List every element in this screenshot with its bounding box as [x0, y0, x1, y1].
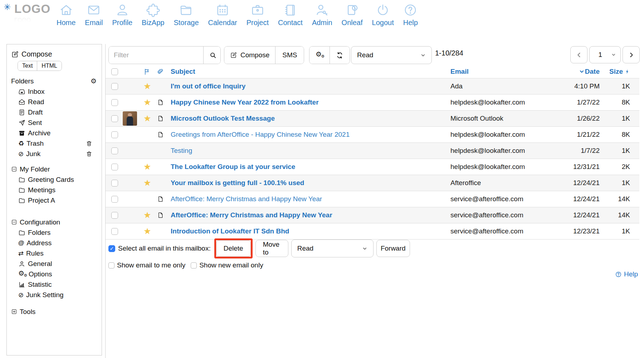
nav-item-logout[interactable]: Logout [372, 3, 394, 27]
row-checkbox[interactable] [111, 147, 118, 154]
nav-item-bizapp[interactable]: BizApp [142, 3, 164, 27]
email-subject-link[interactable]: The Lookafter Group is at your service [171, 163, 295, 171]
config-folders[interactable]: Folders [11, 227, 97, 238]
email-subject-link[interactable]: Happy Chinese New Year 2022 from Lookaft… [171, 98, 319, 106]
select-all-header-checkbox[interactable] [111, 68, 118, 75]
show-new-email-only-checkbox[interactable] [191, 262, 197, 268]
folders-settings-gear-icon[interactable]: ⚙ [91, 77, 97, 85]
folder-trash[interactable]: ♻Trash [11, 138, 97, 149]
sender-email: helpdesk@lookafter.com [450, 131, 525, 139]
my-folder-header[interactable]: My Folder [11, 164, 97, 174]
email-column-header[interactable]: Email [450, 68, 469, 76]
my-folder-meetings[interactable]: Meetings [11, 185, 97, 195]
compose-text-button[interactable]: Text [18, 61, 37, 71]
nav-item-project[interactable]: Project [247, 3, 269, 27]
config-options[interactable]: ⚙⚙Options [11, 269, 97, 279]
nav-item-contact[interactable]: Contact [278, 3, 303, 27]
expand-plus-icon[interactable] [11, 309, 17, 315]
row-checkbox[interactable] [111, 196, 118, 203]
nav-item-onleaf[interactable]: Onleaf [342, 3, 363, 27]
next-page-button[interactable] [623, 46, 640, 63]
email-subject-link[interactable]: AfterOffice: Merry Christmas and Happy N… [171, 195, 322, 203]
flag-icon[interactable] [143, 68, 151, 76]
nav-item-admin[interactable]: Admin [312, 3, 332, 27]
nav-item-email[interactable]: Email [85, 3, 103, 27]
my-folder-greeting-cards[interactable]: Greeting Cards [11, 174, 97, 185]
mark-as-select[interactable]: Read [351, 46, 432, 64]
star-icon[interactable]: ★ [143, 179, 151, 187]
email-subject-link[interactable]: Introduction of Lookafter IT Sdn Bhd [171, 227, 289, 235]
row-checkbox[interactable] [111, 99, 118, 106]
row-checkbox[interactable] [111, 228, 118, 235]
nav-item-profile[interactable]: Profile [112, 3, 132, 27]
delete-button[interactable]: Delete [216, 240, 251, 257]
collapse-minus-icon[interactable] [11, 166, 17, 172]
email-subject-link[interactable]: I'm out of office Inquiry [171, 82, 245, 90]
subject-column-header[interactable]: Subject [171, 68, 195, 76]
folder-inbox[interactable]: Inbox [11, 86, 97, 97]
star-icon[interactable]: ★ [143, 98, 151, 107]
list-settings-button[interactable]: ⚙⚙ [309, 47, 330, 64]
show-email-to-me-only-label: Show email to me only [117, 261, 185, 269]
help-link[interactable]: Help [615, 270, 638, 278]
email-subject-link[interactable]: Your mailbox is getting full - 100.1% us… [171, 179, 304, 187]
collapse-minus-icon[interactable] [11, 219, 17, 225]
compose-link[interactable]: Compose [11, 49, 97, 59]
email-subject-link[interactable]: Greetings from AfterOffice - Happy Chine… [171, 131, 350, 139]
nav-item-calendar[interactable]: Calendar [208, 3, 237, 27]
star-icon[interactable]: ★ [143, 114, 151, 123]
tools-header[interactable]: Tools [11, 306, 97, 317]
row-checkbox[interactable] [111, 115, 118, 122]
compose-button[interactable]: Compose [224, 47, 275, 64]
folder-archive[interactable]: Archive [11, 128, 97, 138]
bulk-mark-as-select[interactable]: Read [291, 240, 374, 257]
sms-button[interactable]: SMS [275, 47, 304, 64]
show-email-to-me-only-checkbox[interactable] [108, 262, 114, 268]
row-checkbox[interactable] [111, 164, 118, 170]
page-select[interactable]: 1 [589, 46, 621, 63]
compose-html-button[interactable]: HTML [37, 61, 62, 71]
star-icon[interactable]: ★ [143, 211, 151, 219]
nav-item-help[interactable]: Help [403, 3, 418, 27]
folder-junk[interactable]: ⊘Junk [11, 149, 97, 159]
size-column-header[interactable]: Size [602, 68, 633, 76]
email-size: 1K [622, 179, 630, 187]
select-all-mailbox-checkbox[interactable]: ✓ [108, 245, 115, 252]
nav-item-storage[interactable]: Storage [174, 3, 199, 27]
email-subject-link[interactable]: AfterOffice: Merry Christmas and Happy N… [171, 211, 332, 219]
my-folder-header-label: My Folder [20, 165, 50, 173]
row-checkbox[interactable] [111, 212, 118, 219]
folder-draft[interactable]: Draft [11, 107, 97, 117]
forward-button[interactable]: Forward [376, 240, 410, 257]
move-to-button[interactable]: Move to [255, 240, 288, 257]
star-icon[interactable]: ★ [143, 227, 151, 236]
paperclip-icon[interactable] [157, 68, 164, 75]
row-checkbox[interactable] [111, 83, 118, 90]
row-checkbox[interactable] [111, 180, 118, 187]
config-address[interactable]: @Address [11, 238, 97, 248]
empty-folder-trash-icon[interactable] [86, 151, 92, 157]
star-icon[interactable]: ★ [143, 82, 151, 91]
attachment-page-icon [157, 131, 164, 139]
config-statistic[interactable]: Statistic [11, 279, 97, 290]
config-rules[interactable]: ⇄Rules [11, 248, 97, 258]
email-subject-link[interactable]: Testing [171, 147, 192, 155]
nav-item-home[interactable]: Home [57, 3, 75, 27]
empty-folder-trash-icon[interactable] [86, 140, 92, 147]
configuration-header[interactable]: Configuration [11, 217, 97, 227]
search-button[interactable] [203, 47, 221, 64]
star-icon[interactable]: ★ [143, 163, 151, 171]
folder-read[interactable]: Read [11, 97, 97, 107]
filter-input[interactable] [109, 47, 203, 64]
config-junk-setting[interactable]: ⊘Junk Setting [11, 290, 97, 300]
prev-page-button[interactable] [570, 46, 587, 63]
email-subject-link[interactable]: Microsoft Outlook Test Message [171, 115, 275, 122]
config-general[interactable]: General [11, 258, 97, 269]
folder-sent[interactable]: Sent [11, 117, 97, 128]
date-column-header[interactable]: Date [569, 68, 602, 76]
row-checkbox[interactable] [111, 131, 118, 138]
my-folder-project-a[interactable]: Project A [11, 195, 97, 205]
power-icon [376, 3, 390, 17]
refresh-button[interactable] [330, 47, 350, 64]
sender-email: helpdesk@lookafter.com [450, 163, 525, 171]
